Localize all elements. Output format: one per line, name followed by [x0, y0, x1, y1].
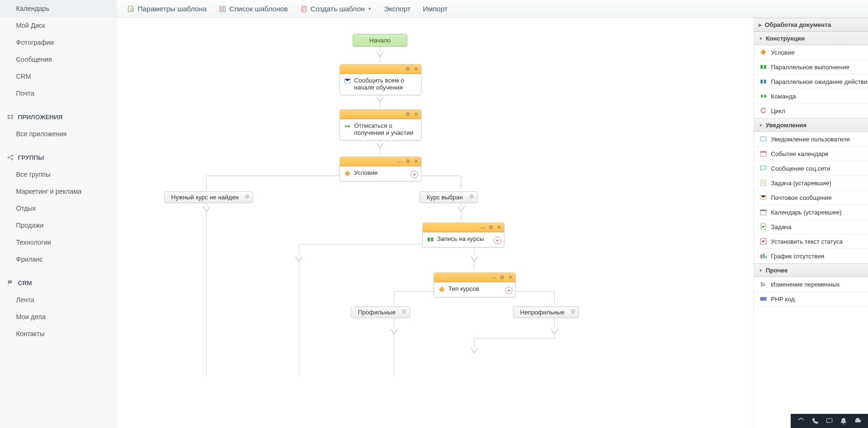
sidebar-item-crm[interactable]: CRM: [0, 68, 117, 85]
sidebar-item-rest[interactable]: Отдых: [0, 200, 117, 217]
palette-item-parallel[interactable]: Параллельное выполнение: [754, 60, 868, 74]
sidebar-item-tech[interactable]: Технологии: [0, 234, 117, 251]
sidebar-item-allgroups[interactable]: Все группы: [0, 166, 117, 183]
add-branch-button[interactable]: +: [505, 287, 513, 294]
palette-item-condition[interactable]: Условие: [754, 45, 868, 60]
gear-icon[interactable]: ⚙: [469, 193, 474, 200]
caret-down-icon: ▼: [759, 268, 763, 273]
close-icon[interactable]: ✕: [496, 224, 502, 230]
palette-item-social-message[interactable]: Сообщение соц.сети: [754, 161, 868, 176]
main: Параметры шаблона Список шаблонов Создат…: [117, 0, 868, 428]
palette-section-constructs[interactable]: ▼ Конструкции: [754, 32, 868, 45]
palette-item-variables[interactable]: $x Изменение переменных: [754, 277, 868, 292]
gear-icon[interactable]: ⚙: [402, 308, 407, 315]
node-course-type[interactable]: — ⚙ ✕ ? Тип курсов +: [434, 272, 516, 297]
gear-icon[interactable]: ⚙: [405, 66, 411, 72]
message-icon: [344, 77, 351, 85]
branch-course-not-found[interactable]: Нужный курс не найден ⚙: [164, 191, 253, 203]
arrow-icon: [471, 256, 478, 262]
palette-item-calendar-deprecated[interactable]: Календарь (устаревшее): [754, 205, 868, 220]
variables-icon: $x: [760, 280, 767, 288]
expand-icon[interactable]: [797, 417, 805, 425]
palette-item-command[interactable]: Команда: [754, 89, 868, 104]
gear-icon[interactable]: ⚙: [499, 274, 505, 280]
sidebar-item-mycases[interactable]: Мои дела: [0, 308, 117, 325]
palette-item-php[interactable]: PHP код: [754, 292, 868, 306]
sidebar-item-marketing[interactable]: Маркетинг и реклама: [0, 183, 117, 200]
bell-icon[interactable]: [840, 417, 847, 425]
caret-down-icon: ▼: [759, 123, 763, 128]
gear-icon[interactable]: ⚙: [405, 158, 411, 165]
item-label: График отсутствия: [771, 253, 824, 260]
sidebar-item-feed[interactable]: Лента: [0, 291, 117, 308]
sidebar-section-title: ГРУППЫ: [0, 151, 117, 166]
branch-course-selected[interactable]: Курс выбран ⚙: [420, 191, 478, 203]
palette-item-task[interactable]: Задача: [754, 220, 868, 234]
branch-profile[interactable]: Профильные ⚙: [351, 306, 410, 318]
add-branch-button[interactable]: +: [494, 237, 501, 244]
toolbar-create-button[interactable]: Создать шаблон ▼: [300, 5, 372, 13]
gear-icon[interactable]: ⚙: [245, 193, 250, 200]
node-start[interactable]: Начало: [353, 34, 407, 47]
sidebar-item-mydisk[interactable]: Мой Диск: [0, 17, 117, 34]
svg-rect-28: [431, 238, 433, 241]
gear-icon[interactable]: ⚙: [405, 111, 411, 117]
parallel-wait-icon: [760, 78, 767, 85]
palette-section-notifications[interactable]: ▼ Уведомления: [754, 118, 868, 132]
toolbar-export-button[interactable]: Экспорт: [384, 5, 410, 13]
palette-item-mail[interactable]: Почтовое сообщение: [754, 190, 868, 205]
node-condition[interactable]: — ⚙ ✕ ? Условие +: [339, 156, 422, 181]
palette-item-status-text[interactable]: Установить текст статуса: [754, 234, 868, 249]
close-icon[interactable]: ✕: [413, 66, 419, 72]
sidebar-item-sales[interactable]: Продажи: [0, 217, 117, 234]
palette-item-calendar-event[interactable]: Событие календаря: [754, 147, 868, 161]
toolbar-import-button[interactable]: Импорт: [423, 5, 447, 13]
chat-icon[interactable]: [826, 417, 833, 425]
close-icon[interactable]: ✕: [507, 274, 513, 280]
palette-item-task-deprecated[interactable]: Задача (устаревшие): [754, 176, 868, 190]
palette-section-other[interactable]: ▼ Прочее: [754, 263, 868, 277]
condition-icon: [760, 49, 767, 56]
add-branch-button[interactable]: +: [411, 171, 418, 178]
palette-item-loop[interactable]: Цикл: [754, 104, 868, 118]
gear-icon[interactable]: ⚙: [488, 224, 494, 230]
workflow-canvas[interactable]: Начало ⚙ ✕: [117, 18, 753, 428]
node-notify-all[interactable]: ⚙ ✕ Сообщить всем о начале обучения: [339, 64, 422, 95]
branch-nonprofile[interactable]: Непрофильные ⚙: [513, 306, 579, 318]
svg-text:?: ?: [346, 171, 348, 176]
caret-right-icon: ▶: [759, 23, 762, 27]
palette-item-user-notification[interactable]: Уведомление пользователя: [754, 132, 868, 147]
minimize-icon[interactable]: —: [479, 224, 486, 230]
activity-palette: ▶ Обработка документа ▼ Конструкции Усло…: [753, 18, 868, 428]
svg-point-2: [11, 158, 13, 160]
palette-section-docprocessing[interactable]: ▶ Обработка документа: [754, 18, 868, 32]
palette-item-parallel-wait[interactable]: Параллельное ожидание действия: [754, 74, 868, 89]
minimize-icon[interactable]: —: [491, 274, 497, 280]
arrow-icon: [376, 52, 384, 58]
sidebar-item-freelance[interactable]: Фриланс: [0, 251, 117, 268]
arrow-icon: [295, 256, 303, 262]
minimize-icon[interactable]: —: [397, 158, 403, 165]
item-label: Почтовое сообщение: [771, 194, 832, 201]
section-label: Прочее: [766, 267, 788, 274]
sidebar-item-messages[interactable]: Сообщения: [0, 51, 117, 68]
condition-icon: ?: [438, 286, 446, 293]
close-icon[interactable]: ✕: [413, 158, 419, 165]
node-enroll[interactable]: — ⚙ ✕ Запись на курсы +: [422, 222, 504, 247]
node-unsubscribe[interactable]: ⚙ ✕ Отписаться о получении и участии: [339, 109, 422, 140]
sidebar-item-photos[interactable]: Фотографии: [0, 34, 117, 51]
close-icon[interactable]: ✕: [413, 111, 419, 117]
sidebar-item-mail[interactable]: Почта: [0, 85, 117, 102]
svg-text:?: ?: [440, 287, 443, 292]
toolbar-params-button[interactable]: Параметры шаблона: [127, 5, 207, 13]
sidebar-item-allapps[interactable]: Все приложения: [0, 125, 117, 142]
sidebar-item-contacts[interactable]: Контакты: [0, 325, 117, 342]
cloud-icon[interactable]: [854, 417, 861, 425]
node-header: — ⚙ ✕: [340, 157, 421, 166]
sidebar-item-calendar[interactable]: Календарь: [0, 0, 117, 17]
toolbar-list-button[interactable]: Список шаблонов: [219, 5, 288, 13]
phone-icon[interactable]: [811, 417, 819, 425]
dropdown-caret-icon: ▼: [368, 7, 372, 11]
palette-item-absence[interactable]: График отсутствия: [754, 249, 868, 263]
gear-icon[interactable]: ⚙: [570, 308, 576, 315]
